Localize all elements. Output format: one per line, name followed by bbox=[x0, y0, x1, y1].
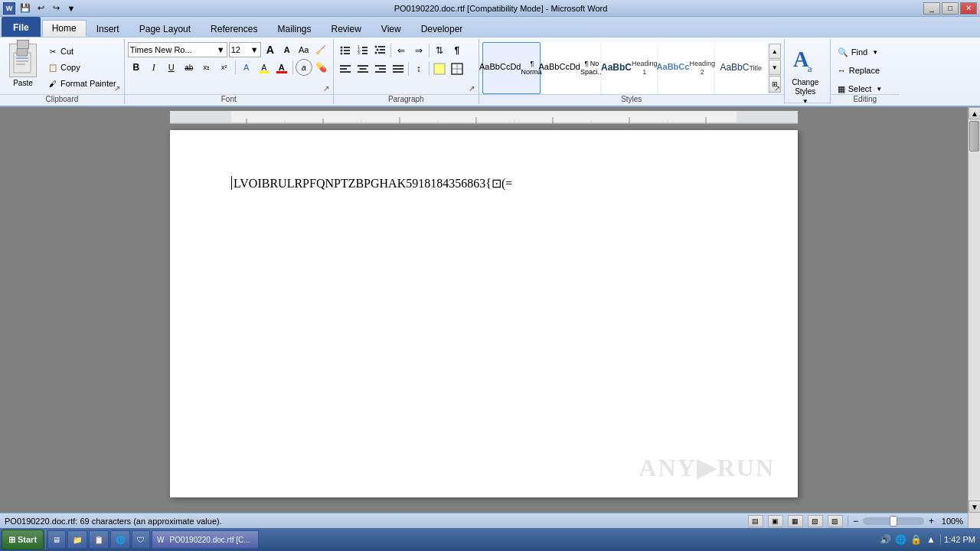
decrease-font-btn[interactable]: A bbox=[279, 42, 295, 57]
text-highlight-btn[interactable]: A bbox=[256, 59, 273, 76]
tab-page-layout[interactable]: Page Layout bbox=[129, 20, 201, 37]
cut-icon: ✂ bbox=[47, 46, 58, 57]
tray-security-icon[interactable]: 🔒 bbox=[910, 533, 922, 546]
bold-button[interactable]: B bbox=[128, 59, 145, 76]
replace-button[interactable]: ↔ Replace bbox=[834, 62, 884, 79]
style-title[interactable]: AaBbC Title bbox=[715, 42, 767, 94]
scroll-track[interactable] bbox=[969, 119, 980, 500]
tab-mailings[interactable]: Mailings bbox=[267, 20, 321, 37]
change-styles-group-label bbox=[785, 103, 830, 104]
strikethrough-btn[interactable]: ab bbox=[181, 59, 198, 76]
taskbar-btn-browser[interactable]: 🌐 bbox=[110, 530, 130, 549]
style-heading1-preview: AaBbC Heading 1 bbox=[603, 43, 656, 92]
tab-developer[interactable]: Developer bbox=[411, 20, 473, 37]
taskbar-btn-clipboard[interactable]: 📋 bbox=[89, 530, 109, 549]
paragraph-launcher[interactable]: ↗ bbox=[466, 83, 477, 93]
text-effect-2-btn[interactable]: 💊 bbox=[313, 59, 330, 76]
tab-file[interactable]: File bbox=[2, 17, 41, 37]
copy-button[interactable]: 📋 Copy bbox=[44, 60, 119, 75]
subscript-btn[interactable]: x₂ bbox=[198, 59, 215, 76]
tab-view[interactable]: View bbox=[371, 20, 411, 37]
font-name-selector[interactable]: Times New Ro... ▼ bbox=[128, 42, 227, 57]
word-page[interactable]: LVOIBRULRPFQNPTZBPGHAK5918184356863{⊡(= … bbox=[170, 130, 798, 497]
style-heading1[interactable]: AaBbC Heading 1 bbox=[602, 42, 657, 94]
underline-button[interactable]: U bbox=[163, 59, 180, 76]
shading-btn[interactable] bbox=[431, 60, 448, 77]
svg-rect-22 bbox=[378, 52, 385, 54]
line-spacing-btn[interactable]: ↕ bbox=[410, 60, 427, 77]
tray-arrow-icon[interactable]: ▲ bbox=[925, 533, 937, 546]
align-center-btn[interactable] bbox=[354, 60, 371, 77]
zoom-thumb[interactable] bbox=[890, 516, 897, 527]
tray-volume-icon[interactable]: 🔊 bbox=[879, 533, 891, 546]
cut-button[interactable]: ✂ Cut bbox=[44, 44, 119, 59]
zoom-slider[interactable] bbox=[863, 517, 924, 525]
tab-references[interactable]: References bbox=[201, 20, 267, 37]
find-button[interactable]: 🔍 Find ▼ bbox=[834, 44, 882, 60]
borders-btn[interactable] bbox=[449, 60, 466, 77]
view-outline-btn[interactable]: ▧ bbox=[808, 515, 823, 527]
bullets-btn[interactable] bbox=[337, 42, 354, 59]
font-name-label: Times New Ro... bbox=[130, 45, 192, 54]
zoom-plus-btn[interactable]: + bbox=[929, 517, 934, 526]
font-size-selector[interactable]: 12 ▼ bbox=[229, 42, 261, 57]
text-effects-btn[interactable]: A bbox=[238, 59, 255, 76]
svg-point-17 bbox=[374, 46, 377, 48]
style-heading2[interactable]: AaBbCc Heading 2 bbox=[658, 42, 714, 94]
align-right-btn[interactable] bbox=[372, 60, 389, 77]
undo-quick-btn[interactable]: ↩ bbox=[34, 2, 47, 15]
styles-scroll-up[interactable]: ▲ bbox=[769, 44, 781, 59]
redo-quick-btn[interactable]: ↪ bbox=[49, 2, 63, 15]
styles-launcher[interactable]: ↗ bbox=[772, 83, 782, 93]
view-web-btn[interactable]: ▦ bbox=[788, 515, 803, 527]
qa-dropdown-btn[interactable]: ▼ bbox=[64, 2, 78, 15]
change-case-btn[interactable]: Aa bbox=[296, 42, 312, 57]
start-button[interactable]: ⊞ Start bbox=[2, 530, 44, 549]
scroll-thumb[interactable] bbox=[969, 121, 979, 152]
view-draft-btn[interactable]: ▨ bbox=[828, 515, 843, 527]
taskbar-btn-explorer[interactable]: 🖥 bbox=[47, 530, 66, 549]
paste-button[interactable]: Paste bbox=[3, 42, 43, 90]
increase-indent-btn[interactable]: ⇒ bbox=[410, 42, 427, 59]
tab-home[interactable]: Home bbox=[42, 20, 87, 37]
view-print-btn[interactable]: ▤ bbox=[748, 515, 763, 527]
svg-rect-2 bbox=[16, 57, 28, 59]
style-no-spacing[interactable]: AaBbCcDd ¶ No Spaci... bbox=[542, 42, 600, 94]
font-launcher[interactable]: ↗ bbox=[321, 83, 332, 93]
close-btn[interactable]: ✕ bbox=[960, 2, 977, 15]
tab-review[interactable]: Review bbox=[321, 20, 371, 37]
show-hide-btn[interactable]: ¶ bbox=[449, 42, 466, 59]
taskbar-explorer-icon: 🖥 bbox=[53, 536, 60, 544]
vertical-scrollbar[interactable]: ▲ ▼ bbox=[968, 107, 980, 513]
styles-scroll-down[interactable]: ▼ bbox=[769, 60, 781, 75]
align-left-btn[interactable] bbox=[337, 60, 354, 77]
format-painter-button[interactable]: 🖌 Format Painter bbox=[44, 76, 119, 91]
change-styles-button[interactable]: A a ChangeStyles ▼ bbox=[788, 42, 823, 116]
circle-effect-btn[interactable]: a bbox=[296, 59, 312, 76]
style-normal[interactable]: AaBbCcDd ¶ Normal bbox=[482, 42, 541, 94]
taskbar-btn-word[interactable]: W PO0190220.doc.rtf [C... bbox=[152, 530, 259, 549]
minimize-btn[interactable]: _ bbox=[923, 2, 940, 15]
superscript-btn[interactable]: x² bbox=[216, 59, 233, 76]
tab-insert[interactable]: Insert bbox=[87, 20, 129, 37]
view-full-btn[interactable]: ▣ bbox=[768, 515, 783, 527]
font-color-btn[interactable]: A bbox=[273, 59, 290, 76]
scroll-down-btn[interactable]: ▼ bbox=[969, 500, 980, 513]
save-quick-btn[interactable]: 💾 bbox=[18, 2, 32, 15]
numbering-btn[interactable]: 1.2.3. bbox=[354, 42, 371, 59]
clear-formatting-btn[interactable]: 🧹 bbox=[313, 42, 328, 57]
taskbar-btn-folder[interactable]: 📁 bbox=[67, 530, 87, 549]
scroll-up-btn[interactable]: ▲ bbox=[969, 107, 980, 119]
justify-btn[interactable] bbox=[390, 60, 407, 77]
taskbar-btn-security[interactable]: 🛡 bbox=[132, 530, 150, 549]
maximize-btn[interactable]: □ bbox=[942, 2, 959, 15]
increase-font-btn[interactable]: A bbox=[263, 42, 278, 57]
italic-button[interactable]: I bbox=[145, 59, 162, 76]
clipboard-launcher[interactable]: ↗ bbox=[112, 83, 122, 93]
sort-btn[interactable]: ⇅ bbox=[431, 42, 448, 59]
decrease-indent-btn[interactable]: ⇐ bbox=[393, 42, 410, 59]
tray-network-icon[interactable]: 🌐 bbox=[894, 533, 906, 546]
zoom-minus-btn[interactable]: − bbox=[853, 517, 858, 526]
svg-text:3.: 3. bbox=[358, 51, 361, 55]
multilevel-list-btn[interactable] bbox=[372, 42, 389, 59]
